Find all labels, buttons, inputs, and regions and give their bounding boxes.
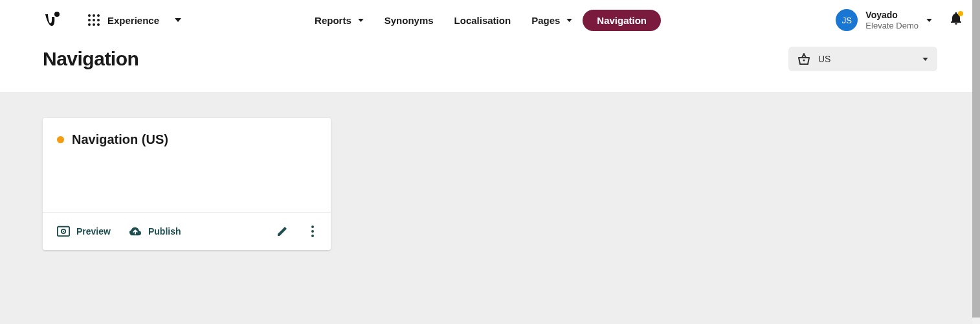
main-nav: Reports Synonyms Localisation Pages Navi…: [304, 10, 661, 31]
apps-grid-icon: [88, 14, 100, 26]
nav-synonyms[interactable]: Synonyms: [374, 10, 444, 31]
chevron-down-icon: [922, 58, 928, 61]
user-menu[interactable]: JS Voyado Elevate Demo: [836, 9, 932, 31]
svg-point-1: [803, 60, 805, 62]
logo[interactable]: [43, 10, 62, 30]
more-button[interactable]: [309, 223, 317, 240]
topbar: Experience Reports Synonyms Localisation…: [0, 0, 980, 40]
user-subtitle: Elevate Demo: [865, 21, 919, 31]
edit-button[interactable]: [274, 223, 291, 240]
nav-navigation[interactable]: Navigation: [583, 10, 661, 31]
svg-point-4: [63, 231, 64, 232]
pencil-icon: [276, 226, 288, 237]
card-body: Navigation (US): [43, 118, 331, 212]
chevron-down-icon: [358, 19, 364, 22]
basket-icon: [797, 53, 810, 65]
locale-label: US: [818, 54, 830, 64]
nav-reports[interactable]: Reports: [304, 10, 374, 31]
locale-picker[interactable]: US: [788, 47, 937, 71]
app-switcher[interactable]: Experience: [88, 14, 181, 26]
topbar-right: JS Voyado Elevate Demo: [836, 9, 964, 31]
more-vertical-icon: [311, 226, 314, 237]
notifications-button[interactable]: [948, 10, 964, 30]
subheader: Navigation US: [0, 40, 980, 92]
nav-pages[interactable]: Pages: [521, 10, 583, 31]
avatar-initials: JS: [842, 16, 852, 25]
card-title: Navigation (US): [72, 132, 168, 147]
preview-button[interactable]: Preview: [57, 226, 111, 237]
publish-label: Publish: [148, 226, 181, 237]
nav-item-label: Reports: [315, 15, 351, 26]
navigation-card[interactable]: Navigation (US) Preview Publish: [43, 118, 331, 250]
nav-item-label: Navigation: [597, 15, 647, 26]
svg-point-7: [311, 235, 314, 237]
svg-point-6: [311, 230, 314, 233]
content-area: Navigation (US) Preview Publish: [0, 92, 980, 324]
app-switcher-label: Experience: [107, 15, 159, 26]
scrollbar-thumb[interactable]: [972, 0, 980, 318]
nav-item-label: Localisation: [454, 15, 511, 26]
status-dot-icon: [57, 136, 64, 143]
svg-point-5: [311, 226, 314, 228]
nav-item-label: Synonyms: [384, 15, 434, 26]
svg-point-0: [54, 12, 60, 17]
user-name: Voyado: [865, 10, 919, 21]
chevron-down-icon: [175, 18, 181, 22]
card-footer: Preview Publish: [43, 212, 331, 250]
nav-localisation[interactable]: Localisation: [444, 10, 522, 31]
preview-label: Preview: [76, 226, 111, 237]
page-title: Navigation: [43, 48, 139, 70]
notification-dot: [958, 11, 963, 16]
preview-icon: [57, 226, 70, 237]
chevron-down-icon: [926, 19, 932, 22]
scrollbar[interactable]: [972, 0, 980, 324]
chevron-down-icon: [566, 19, 572, 22]
publish-button[interactable]: Publish: [129, 226, 181, 237]
nav-item-label: Pages: [531, 15, 560, 26]
logo-icon: [43, 10, 62, 30]
avatar: JS: [836, 9, 858, 31]
cloud-upload-icon: [129, 226, 142, 237]
user-text: Voyado Elevate Demo: [865, 10, 919, 30]
